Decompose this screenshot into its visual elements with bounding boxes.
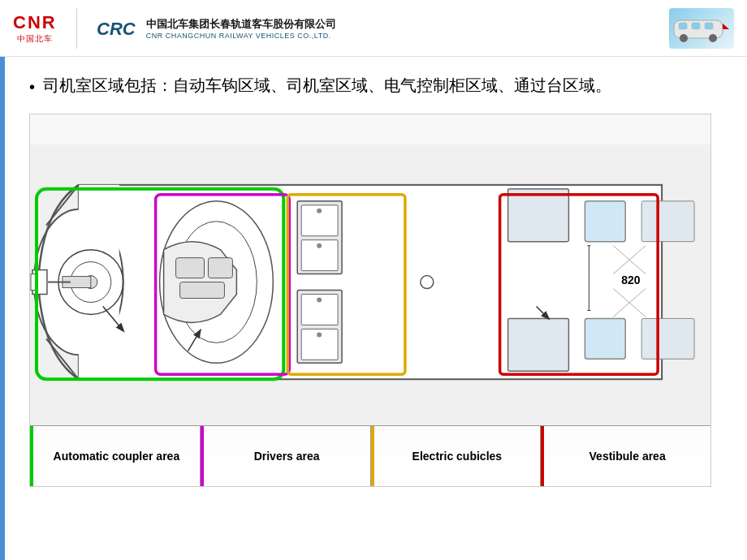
company-cn-text: 中国北车集团长春轨道客车股份有限公司 (146, 17, 336, 32)
svg-rect-25 (180, 282, 225, 299)
company-en-text: CNR CHANGCHUN RAILWAY VEHICLES CO.,LTD. (146, 32, 336, 40)
crc-brand: CRC 中国北车集团长春轨道客车股份有限公司 CNR CHANGCHUN RAI… (97, 17, 336, 40)
legend-label-1: Automatic coupler area (54, 449, 180, 463)
svg-rect-5 (692, 23, 700, 29)
legend-drivers-area: Drivers area (201, 426, 371, 486)
train-thumbnail (669, 8, 734, 49)
svg-rect-37 (508, 189, 569, 242)
svg-rect-38 (508, 318, 569, 371)
svg-point-30 (317, 209, 322, 213)
svg-rect-4 (679, 23, 687, 29)
svg-rect-24 (208, 258, 232, 278)
svg-point-3 (709, 34, 717, 42)
svg-point-35 (317, 298, 322, 303)
main-content: • 司机室区域包括：自动车钩区域、司机室区域、电气控制柜区域、通过台区域。 (5, 57, 747, 560)
legend-automatic-coupler: Automatic coupler area (30, 426, 201, 486)
legend-electric-cubicles: Electric cubicles (371, 426, 542, 486)
crc-logo: CRC 中国北车集团长春轨道客车股份有限公司 CNR CHANGCHUN RAI… (97, 17, 336, 40)
cnr-logo: CNR 中国北车 (13, 12, 57, 45)
svg-rect-40 (585, 318, 625, 359)
diagram-container: 820 (29, 114, 711, 487)
svg-rect-23 (176, 258, 205, 278)
svg-point-36 (317, 332, 322, 337)
crc-symbol-icon: CRC (97, 17, 141, 40)
cnr-sub-text: 中国北车 (17, 33, 53, 45)
svg-point-2 (680, 34, 688, 42)
svg-point-31 (317, 243, 322, 248)
bullet-dot: • (29, 75, 35, 99)
svg-text:820: 820 (621, 274, 641, 286)
legend-row: Automatic coupler area Drivers area Elec… (30, 425, 710, 486)
svg-rect-49 (641, 318, 694, 359)
legend-label-4: Vestibule area (589, 449, 666, 463)
svg-rect-48 (641, 201, 694, 242)
header-logos: CNR 中国北车 CRC 中国北车集团长春轨道客车股份有限公司 CNR CHAN… (13, 8, 336, 49)
legend-vestibule: Vestibule area (541, 426, 710, 486)
bullet-text: 司机室区域包括：自动车钩区域、司机室区域、电气控制柜区域、通过台区域。 (43, 73, 611, 98)
train-icon (672, 12, 731, 45)
legend-label-3: Electric cubicles (412, 449, 503, 463)
svg-rect-39 (585, 201, 625, 242)
cnr-brand-text: CNR (13, 12, 57, 33)
header: CNR 中国北车 CRC 中国北车集团长春轨道客车股份有限公司 CNR CHAN… (0, 0, 747, 57)
svg-rect-6 (705, 23, 713, 29)
svg-text:CRC: CRC (97, 19, 136, 39)
legend-label-2: Drivers area (254, 449, 320, 463)
bullet-section: • 司机室区域包括：自动车钩区域、司机室区域、电气控制柜区域、通过台区域。 (29, 73, 723, 99)
